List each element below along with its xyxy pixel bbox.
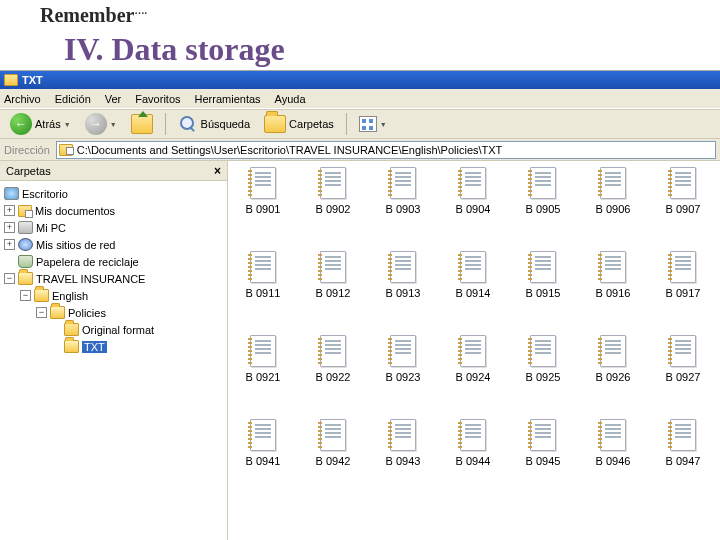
search-label: Búsqueda	[201, 118, 251, 130]
file-label: B 0947	[666, 455, 701, 467]
file-label: B 0911	[246, 287, 281, 299]
file-item[interactable]: B 0911	[228, 251, 298, 299]
forward-dropdown-icon[interactable]: ▼	[110, 121, 117, 128]
file-item[interactable]: B 0915	[508, 251, 578, 299]
file-item[interactable]: B 0921	[228, 335, 298, 383]
file-item[interactable]: B 0942	[298, 419, 368, 467]
window-titlebar[interactable]: TXT	[0, 71, 720, 89]
file-item[interactable]: B 0904	[438, 167, 508, 215]
file-item[interactable]: B 0924	[438, 335, 508, 383]
tree-label: Mis sitios de red	[36, 239, 115, 251]
file-item[interactable]: B 0913	[368, 251, 438, 299]
tree-label: TRAVEL INSURANCE	[36, 273, 145, 285]
toolbar-separator	[165, 113, 166, 135]
txt-file-icon	[460, 167, 486, 199]
address-path: C:\Documents and Settings\User\Escritori…	[77, 144, 502, 156]
file-label: B 0922	[316, 371, 351, 383]
views-button[interactable]: ▼	[355, 114, 391, 134]
back-arrow-icon: ←	[10, 113, 32, 135]
address-bar: Dirección C:\Documents and Settings\User…	[0, 139, 720, 161]
remember-heading: Remember….	[40, 4, 680, 27]
txt-file-icon	[460, 251, 486, 283]
file-item[interactable]: B 0903	[368, 167, 438, 215]
forward-button[interactable]: → ▼	[81, 111, 121, 137]
menu-herramientas[interactable]: Herramientas	[195, 93, 261, 105]
file-item[interactable]: B 0901	[228, 167, 298, 215]
file-item[interactable]: B 0946	[578, 419, 648, 467]
collapse-icon[interactable]: −	[36, 307, 47, 318]
tree-item-policies[interactable]: − Policies	[2, 304, 225, 321]
file-item[interactable]: B 0914	[438, 251, 508, 299]
collapse-icon[interactable]: −	[20, 290, 31, 301]
tree-item-original-format[interactable]: Original format	[2, 321, 225, 338]
file-label: B 0941	[246, 455, 281, 467]
file-item[interactable]: B 0947	[648, 419, 718, 467]
menu-ver[interactable]: Ver	[105, 93, 122, 105]
folder-open-icon	[64, 340, 79, 353]
mydocs-icon	[18, 205, 32, 217]
folder-tree[interactable]: Escritorio + Mis documentos + Mi PC + Mi…	[0, 181, 227, 359]
file-item[interactable]: B 0923	[368, 335, 438, 383]
folders-panel: Carpetas × Escritorio + Mis documentos +…	[0, 161, 228, 540]
search-icon	[178, 114, 198, 134]
tree-item-english[interactable]: − English	[2, 287, 225, 304]
file-item[interactable]: B 0925	[508, 335, 578, 383]
file-item[interactable]: B 0902	[298, 167, 368, 215]
address-input[interactable]: C:\Documents and Settings\User\Escritori…	[56, 141, 716, 159]
tree-item-travel-insurance[interactable]: − TRAVEL INSURANCE	[2, 270, 225, 287]
tree-label-selected: TXT	[82, 341, 107, 353]
back-button[interactable]: ← Atrás ▼	[6, 111, 75, 137]
tree-item-papelera[interactable]: Papelera de reciclaje	[2, 253, 225, 270]
expand-icon[interactable]: +	[4, 205, 15, 216]
menu-ayuda[interactable]: Ayuda	[275, 93, 306, 105]
tree-item-mis-documentos[interactable]: + Mis documentos	[2, 202, 225, 219]
file-item[interactable]: B 0916	[578, 251, 648, 299]
file-item[interactable]: B 0917	[648, 251, 718, 299]
menu-edicion[interactable]: Edición	[55, 93, 91, 105]
views-icon	[359, 116, 377, 132]
txt-file-icon	[670, 251, 696, 283]
menu-favoritos[interactable]: Favoritos	[135, 93, 180, 105]
views-dropdown-icon[interactable]: ▼	[380, 121, 387, 128]
files-area[interactable]: B 0901B 0902B 0903B 0904B 0905B 0906B 09…	[228, 161, 720, 540]
file-label: B 0916	[596, 287, 631, 299]
forward-arrow-icon: →	[85, 113, 107, 135]
file-item[interactable]: B 0905	[508, 167, 578, 215]
address-folder-icon	[59, 144, 73, 156]
back-dropdown-icon[interactable]: ▼	[64, 121, 71, 128]
txt-file-icon	[530, 167, 556, 199]
expand-icon[interactable]: +	[4, 222, 15, 233]
menu-archivo[interactable]: Archivo	[4, 93, 41, 105]
file-item[interactable]: B 0943	[368, 419, 438, 467]
file-label: B 0927	[666, 371, 701, 383]
file-item[interactable]: B 0922	[298, 335, 368, 383]
file-label: B 0921	[246, 371, 281, 383]
file-label: B 0942	[316, 455, 351, 467]
tree-label: English	[52, 290, 88, 302]
file-item[interactable]: B 0912	[298, 251, 368, 299]
menubar: Archivo Edición Ver Favoritos Herramient…	[0, 89, 720, 109]
folders-panel-title: Carpetas	[6, 165, 51, 177]
folders-panel-close-button[interactable]: ×	[214, 164, 221, 178]
tree-item-mis-sitios-de-red[interactable]: + Mis sitios de red	[2, 236, 225, 253]
slide-header: Remember…. IV. Data storage	[0, 0, 720, 68]
file-item[interactable]: B 0944	[438, 419, 508, 467]
txt-file-icon	[670, 167, 696, 199]
expand-icon[interactable]: +	[4, 239, 15, 250]
collapse-icon[interactable]: −	[4, 273, 15, 284]
tree-item-mi-pc[interactable]: + Mi PC	[2, 219, 225, 236]
file-item[interactable]: B 0941	[228, 419, 298, 467]
search-button[interactable]: Búsqueda	[174, 112, 255, 136]
file-item[interactable]: B 0927	[648, 335, 718, 383]
file-item[interactable]: B 0945	[508, 419, 578, 467]
file-label: B 0915	[526, 287, 561, 299]
file-label: B 0926	[596, 371, 631, 383]
file-item[interactable]: B 0926	[578, 335, 648, 383]
tree-item-txt[interactable]: TXT	[2, 338, 225, 355]
folders-button[interactable]: Carpetas	[260, 113, 338, 135]
file-item[interactable]: B 0906	[578, 167, 648, 215]
tree-item-escritorio[interactable]: Escritorio	[2, 185, 225, 202]
up-button[interactable]	[127, 112, 157, 136]
txt-file-icon	[320, 167, 346, 199]
file-item[interactable]: B 0907	[648, 167, 718, 215]
